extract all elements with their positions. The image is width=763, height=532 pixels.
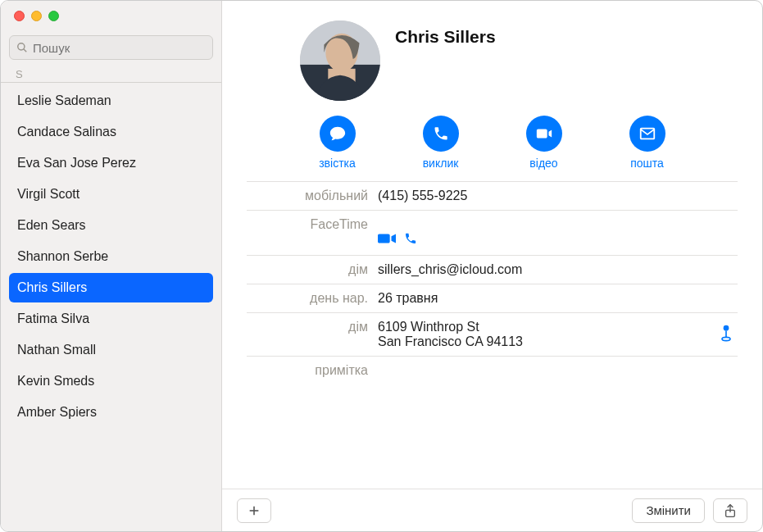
- quick-actions: звістка виклик відео: [247, 116, 738, 170]
- plus-icon: [248, 504, 261, 517]
- search-icon: [16, 42, 28, 53]
- svg-line-1: [24, 49, 27, 52]
- svg-point-0: [18, 43, 25, 50]
- field-birthday: день нар. 26 травня: [247, 284, 738, 312]
- edit-button[interactable]: Змінити: [632, 498, 705, 523]
- contact-detail-pane: Chris Sillers звістка виклик: [222, 1, 762, 531]
- message-button[interactable]: звістка: [309, 116, 366, 170]
- section-header: S: [1, 66, 221, 83]
- field-label: FaceTime: [247, 217, 378, 232]
- svg-point-8: [722, 337, 730, 340]
- message-icon: [320, 116, 356, 152]
- share-button[interactable]: [713, 498, 747, 523]
- field-label: день нар.: [247, 291, 378, 306]
- mail-button[interactable]: пошта: [619, 116, 676, 170]
- field-label: дім: [247, 262, 378, 277]
- phone-icon: [423, 116, 459, 152]
- call-button[interactable]: виклик: [412, 116, 470, 170]
- phone-icon: [404, 232, 417, 245]
- map-pin-button[interactable]: [718, 324, 734, 345]
- add-button[interactable]: [237, 498, 271, 523]
- contact-list-item[interactable]: Shannon Serbe: [9, 242, 213, 271]
- contact-list: Leslie SademanCandace SalinasEva San Jos…: [1, 86, 221, 531]
- search-field[interactable]: [9, 35, 213, 60]
- field-label: дім: [247, 320, 378, 334]
- field-home-email: дім sillers_chris@icloud.com: [247, 255, 738, 284]
- video-button[interactable]: відео: [515, 116, 573, 170]
- contact-list-item[interactable]: Virgil Scott: [9, 180, 213, 209]
- contact-list-item[interactable]: Eva San Jose Perez: [9, 148, 213, 178]
- avatar: [300, 20, 380, 101]
- sidebar: S Leslie SademanCandace SalinasEva San J…: [1, 1, 222, 531]
- mail-icon: [629, 116, 665, 152]
- field-home-address: дім 6109 Winthrop St San Francisco CA 94…: [247, 312, 738, 356]
- contact-list-item[interactable]: Eden Sears: [9, 211, 213, 240]
- mail-label: пошта: [630, 157, 664, 170]
- contact-list-item[interactable]: Fatima Silva: [9, 304, 213, 334]
- map-pin-icon: [718, 324, 734, 342]
- call-label: виклик: [423, 157, 459, 170]
- field-mobile: мобільний (415) 555-9225: [247, 181, 738, 210]
- birthday-value: 26 травня: [378, 291, 738, 306]
- field-label: мобільний: [247, 189, 378, 203]
- facetime-video-button[interactable]: [378, 217, 396, 248]
- field-label: примітка: [247, 363, 378, 378]
- facetime-audio-button[interactable]: [404, 217, 417, 248]
- bottom-toolbar: Змінити: [222, 489, 762, 531]
- maximize-window-button[interactable]: [48, 11, 59, 21]
- svg-point-6: [724, 325, 729, 331]
- contact-name: Chris Sillers: [395, 20, 496, 47]
- message-label: звістка: [319, 157, 356, 170]
- video-label: відео: [529, 157, 557, 170]
- field-facetime: FaceTime: [247, 210, 738, 255]
- minimize-window-button[interactable]: [31, 11, 42, 21]
- email-value[interactable]: sillers_chris@icloud.com: [378, 262, 738, 277]
- contact-list-item[interactable]: Leslie Sademan: [9, 86, 213, 116]
- video-icon: [526, 116, 562, 152]
- video-icon: [378, 232, 396, 245]
- close-window-button[interactable]: [14, 11, 25, 21]
- window-controls: [1, 1, 221, 30]
- contact-list-item[interactable]: Kevin Smeds: [9, 366, 213, 396]
- contact-list-item[interactable]: Candace Salinas: [9, 117, 213, 147]
- field-note: примітка: [247, 356, 738, 384]
- contact-list-item[interactable]: Chris Sillers: [9, 273, 213, 302]
- contact-list-item[interactable]: Amber Spiers: [9, 398, 213, 427]
- mobile-value[interactable]: (415) 555-9225: [378, 189, 738, 203]
- contact-list-item[interactable]: Nathan Small: [9, 335, 213, 365]
- contacts-window: S Leslie SademanCandace SalinasEva San J…: [0, 0, 763, 532]
- address-value[interactable]: 6109 Winthrop St San Francisco CA 94113: [378, 320, 738, 349]
- share-icon: [724, 503, 737, 518]
- contact-fields: мобільний (415) 555-9225 FaceTime: [247, 181, 738, 384]
- search-input[interactable]: [33, 41, 206, 55]
